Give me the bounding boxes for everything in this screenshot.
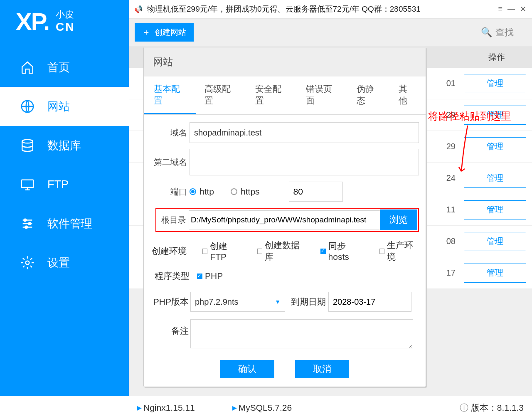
window-controls: ≡ — ✕ [498, 5, 526, 14]
https-radio[interactable]: https [231, 187, 260, 197]
manage-button[interactable]: 管理 [464, 264, 526, 283]
sidebar-item-website[interactable]: 网站 [0, 87, 129, 126]
row-date: 29 [446, 142, 460, 151]
row-date: 01 [446, 79, 460, 88]
play-icon: ▶ [137, 404, 142, 411]
toolbar: ＋ 创建网站 🔍 查找 [129, 19, 532, 46]
svg-point-5 [25, 226, 27, 229]
info-icon: ⓘ [460, 402, 468, 414]
checkbox-icon [257, 249, 262, 254]
manage-button[interactable]: 管理 [464, 169, 526, 188]
prod-env-checkbox[interactable]: 生产环境 [379, 239, 419, 263]
remark-label: 备注 [151, 319, 190, 337]
second-domain-input[interactable] [190, 149, 419, 175]
svg-point-6 [26, 261, 30, 265]
manage-button[interactable]: 管理 [464, 74, 526, 93]
logo-cn: CN [56, 20, 75, 34]
expiry-input[interactable] [328, 292, 411, 312]
content-area: 操作 01 管理 29 管理 29 管理 24 管理 11 管理 [129, 46, 532, 396]
tab-advanced[interactable]: 高级配置 [196, 76, 247, 114]
port-label: 端口 [144, 186, 190, 197]
port-input[interactable] [289, 182, 343, 202]
create-button-label: 创建网站 [155, 27, 186, 38]
plus-icon: ＋ [142, 27, 150, 38]
svg-point-3 [24, 219, 27, 222]
php-version-select[interactable]: php7.2.9nts ▼ [190, 292, 285, 312]
sidebar-item-label: 设置 [47, 255, 70, 270]
row-date: 08 [446, 237, 460, 246]
sidebar-item-label: 首页 [47, 60, 70, 75]
version-info: ⓘ 版本： 8.1.1.3 [460, 402, 524, 414]
svg-point-1 [22, 140, 33, 143]
php-version-label: PHP版本 [151, 296, 190, 308]
manage-button[interactable]: 管理 [464, 106, 526, 125]
sidebar-item-label: 网站 [47, 99, 70, 114]
php-checkbox[interactable]: PHP [197, 271, 223, 281]
sidebar-item-settings[interactable]: 设置 [0, 243, 129, 282]
menu-icon[interactable]: ≡ [498, 5, 502, 14]
main-area: 📢 物理机低至299元/年，拼团成功0元得。云服务器低至72元/年 QQ群：28… [129, 0, 532, 396]
type-label: 程序类型 [151, 270, 190, 282]
browse-button[interactable]: 浏览 [380, 210, 417, 230]
tab-other[interactable]: 其他 [390, 76, 426, 114]
sidebar-item-label: 数据库 [47, 138, 81, 153]
checkbox-icon [379, 249, 384, 254]
manage-button[interactable]: 管理 [464, 232, 526, 251]
tab-error[interactable]: 错误页面 [298, 76, 348, 114]
env-label: 创建环境 [151, 245, 187, 257]
second-domain-label: 第二域名 [144, 157, 190, 168]
status-mysql[interactable]: ▶ MySQL5.7.26 [232, 403, 292, 413]
search-button[interactable]: 🔍 查找 [481, 26, 526, 39]
search-label: 查找 [495, 26, 514, 39]
sync-hosts-checkbox[interactable]: 同步hosts [320, 240, 363, 262]
sidebar-item-label: FTP [47, 178, 69, 191]
http-radio[interactable]: http [190, 187, 214, 197]
manage-button[interactable]: 管理 [464, 137, 526, 156]
row-date: 17 [446, 268, 460, 278]
sidebar-item-ftp[interactable]: FTP [0, 165, 129, 204]
root-label: 根目录 [157, 214, 189, 226]
tab-rewrite[interactable]: 伪静态 [348, 76, 390, 114]
statusbar: ▶ Nginx1.15.11 ▶ MySQL5.7.26 ⓘ 版本： 8.1.1… [129, 396, 532, 419]
radio-icon [190, 188, 196, 195]
row-date: 24 [446, 173, 460, 183]
svg-point-4 [29, 222, 31, 225]
tab-basic[interactable]: 基本配置 [144, 76, 196, 114]
sidebar-item-software[interactable]: 软件管理 [0, 204, 129, 243]
sidebar-item-home[interactable]: 首页 [0, 48, 129, 87]
play-icon: ▶ [232, 404, 237, 411]
manage-button[interactable]: 管理 [464, 200, 526, 219]
dialog-tabs: 基本配置 高级配置 安全配置 错误页面 伪静态 其他 [144, 76, 426, 115]
checkbox-icon [202, 249, 207, 254]
create-ftp-checkbox[interactable]: 创建FTP [202, 240, 241, 262]
website-dialog: 网站 基本配置 高级配置 安全配置 错误页面 伪静态 其他 域名 第二域名 [143, 47, 426, 387]
dialog-title: 网站 [144, 47, 426, 76]
domain-input[interactable] [190, 122, 419, 143]
sidebar-item-label: 软件管理 [47, 216, 92, 231]
search-icon: 🔍 [481, 27, 492, 38]
cancel-button[interactable]: 取消 [295, 360, 349, 378]
logo-xp: XP. [16, 7, 49, 35]
chevron-down-icon: ▼ [275, 298, 281, 305]
root-input[interactable] [189, 210, 380, 229]
checkbox-icon [320, 249, 325, 254]
domain-label: 域名 [144, 127, 190, 138]
create-website-button[interactable]: ＋ 创建网站 [135, 23, 194, 42]
status-nginx[interactable]: ▶ Nginx1.15.11 [137, 403, 195, 413]
expiry-label: 到期日期 [291, 296, 326, 308]
topbar: 📢 物理机低至299元/年，拼团成功0元得。云服务器低至72元/年 QQ群：28… [129, 0, 532, 19]
sliders-icon [20, 216, 35, 231]
database-icon [20, 138, 35, 153]
minimize-icon[interactable]: — [507, 5, 515, 14]
monitor-icon [20, 177, 35, 192]
svg-rect-2 [22, 180, 33, 187]
create-db-checkbox[interactable]: 创建数据库 [257, 239, 305, 263]
announcement-text: 物理机低至299元/年，拼团成功0元得。云服务器低至72元/年 QQ群：2805… [147, 4, 421, 15]
sidebar-item-database[interactable]: 数据库 [0, 126, 129, 165]
globe-icon [20, 99, 35, 114]
tab-security[interactable]: 安全配置 [247, 76, 298, 114]
confirm-button[interactable]: 确认 [220, 360, 274, 378]
radio-icon [231, 188, 237, 195]
remark-input[interactable] [190, 319, 413, 348]
close-icon[interactable]: ✕ [520, 5, 526, 14]
